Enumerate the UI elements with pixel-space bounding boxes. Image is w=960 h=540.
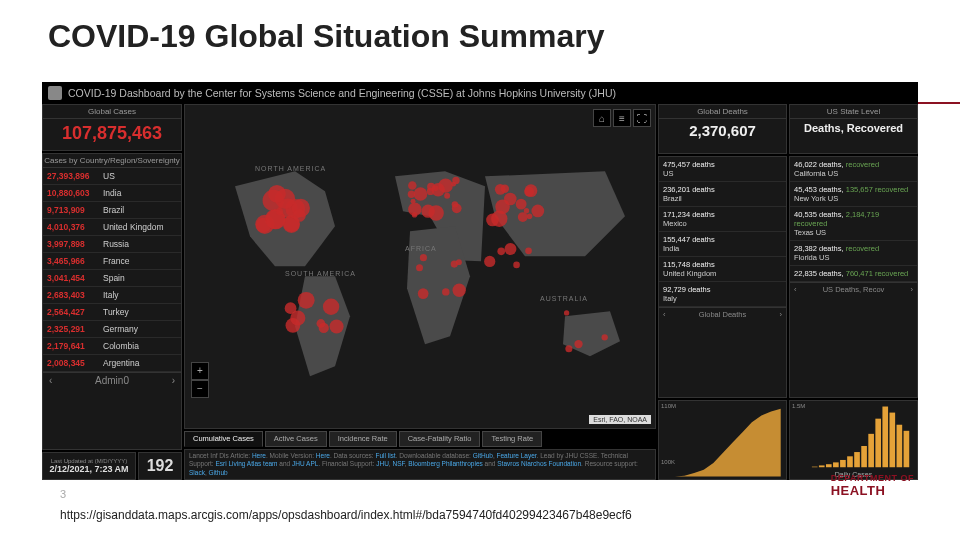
info-text: Lancet Inf Dis Article: [189, 452, 252, 459]
map-tab[interactable]: Testing Rate [482, 431, 542, 447]
list-item[interactable]: 2,325,291Germany [43, 321, 181, 338]
nav-right-icon[interactable]: › [780, 310, 783, 319]
continent-label: SOUTH AMERICA [285, 270, 356, 277]
map-tab[interactable]: Active Cases [265, 431, 327, 447]
map-home-icon[interactable]: ⌂ [593, 109, 611, 127]
zoom-out-button[interactable]: − [191, 380, 209, 398]
svg-point-66 [602, 334, 608, 340]
slide-title: COVID-19 Global Situation Summary [0, 0, 960, 63]
nav-right-icon[interactable]: › [910, 285, 913, 294]
list-item[interactable]: 2,683,403Italy [43, 287, 181, 304]
svg-rect-74 [840, 460, 846, 467]
info-link[interactable]: GitHub [473, 452, 493, 459]
info-link[interactable]: Esri Living Atlas team [215, 460, 277, 467]
ytick: 1.5M [792, 403, 805, 409]
info-link[interactable]: Feature Layer [497, 452, 537, 459]
list-item[interactable]: 3,041,454Spain [43, 270, 181, 287]
list-item[interactable]: 171,234 deathsMexico [659, 207, 786, 232]
global-cases-value: 107,875,463 [43, 119, 181, 150]
list-item[interactable]: 92,729 deathsItaly [659, 282, 786, 307]
info-link[interactable]: Full list [375, 452, 395, 459]
svg-rect-77 [861, 446, 867, 467]
svg-point-17 [298, 292, 315, 309]
daily-cases-graph: 1.5M Daily Cases [789, 400, 918, 480]
svg-point-43 [420, 254, 427, 261]
right-column: Global Deaths 2,370,607 US State Level D… [658, 104, 918, 480]
global-cases-label: Global Cases [43, 105, 181, 119]
nav-left-icon[interactable]: ‹ [663, 310, 666, 319]
info-text: . Financial Support: [318, 460, 376, 467]
svg-point-29 [452, 201, 458, 207]
continent-label: AUSTRALIA [540, 295, 588, 302]
map-expand-icon[interactable]: ⛶ [633, 109, 651, 127]
nav-left-icon[interactable]: ‹ [794, 285, 797, 294]
nav-right-icon[interactable]: › [172, 375, 175, 386]
svg-point-65 [565, 345, 572, 352]
svg-point-41 [453, 284, 466, 297]
svg-point-12 [276, 208, 283, 215]
us-nav-label[interactable]: US Deaths, Recov [823, 285, 885, 294]
info-link[interactable]: Here [252, 452, 266, 459]
info-link[interactable]: Bloomberg Philanthropies [408, 460, 482, 467]
info-link[interactable]: Github [209, 469, 228, 476]
map-list-icon[interactable]: ≡ [613, 109, 631, 127]
dept-health-logo: DEPARTMENT OF HEALTH [831, 473, 914, 498]
page-number: 3 [60, 488, 66, 500]
info-link[interactable]: JHU APL [292, 460, 318, 467]
info-link[interactable]: NSF [392, 460, 404, 467]
list-item[interactable]: 2,564,427Turkey [43, 304, 181, 321]
continent-label: NORTH AMERICA [255, 165, 326, 172]
admin0-tab[interactable]: Admin0 [95, 375, 129, 386]
list-item[interactable]: 2,008,345Argentina [43, 355, 181, 372]
info-link[interactable]: Stavros Niarchos Foundation [497, 460, 581, 467]
list-item[interactable]: 115,748 deathsUnited Kingdom [659, 257, 786, 282]
svg-point-31 [412, 212, 417, 217]
svg-point-42 [442, 288, 449, 295]
map-tab[interactable]: Cumulative Cases [184, 431, 263, 447]
svg-rect-72 [826, 464, 832, 467]
svg-rect-82 [897, 425, 903, 468]
list-item[interactable]: 236,201 deathsBrazil [659, 182, 786, 207]
svg-point-26 [414, 187, 428, 201]
svg-point-60 [497, 247, 505, 255]
info-link[interactable]: Here [316, 452, 330, 459]
cases-list-tabs: ‹ Admin0 › [43, 372, 181, 388]
list-item[interactable]: 4,010,376United Kingdom [43, 219, 181, 236]
list-item[interactable]: 22,835 deaths, 760,471 recovered [790, 266, 917, 282]
list-item[interactable]: 2,179,641Colombia [43, 338, 181, 355]
svg-point-21 [330, 319, 344, 333]
svg-point-11 [268, 185, 286, 203]
list-item[interactable]: 45,453 deaths, 135,657 recoveredNew York… [790, 182, 917, 207]
svg-point-59 [516, 199, 527, 210]
list-item[interactable]: 155,447 deathsIndia [659, 232, 786, 257]
info-bar: Lancet Inf Dis Article: Here. Mobile Ver… [184, 449, 656, 480]
middle-column: NORTH AMERICA SOUTH AMERICA AFRICA AUSTR… [184, 104, 656, 480]
map-tab[interactable]: Incidence Rate [329, 431, 397, 447]
zoom-control: + − [191, 362, 209, 398]
nav-left-icon[interactable]: ‹ [49, 375, 52, 386]
list-item[interactable]: 27,393,896US [43, 168, 181, 185]
list-item[interactable]: 3,465,966France [43, 253, 181, 270]
svg-rect-70 [812, 467, 818, 468]
svg-point-68 [564, 310, 569, 315]
svg-rect-78 [868, 434, 874, 467]
list-item[interactable]: 46,022 deaths, recoveredCalifornia US [790, 157, 917, 182]
timestamp-panel: Last Updated at (M/D/YYYY) 2/12/2021, 7:… [42, 452, 136, 480]
list-item[interactable]: 28,382 deaths, recoveredFlorida US [790, 241, 917, 266]
svg-rect-73 [833, 462, 839, 467]
svg-point-13 [293, 209, 306, 222]
list-item[interactable]: 9,713,909Brazil [43, 202, 181, 219]
list-item[interactable]: 40,535 deaths, 2,184,719 recoveredTexas … [790, 207, 917, 241]
info-link[interactable]: Slack [189, 469, 205, 476]
map-tab[interactable]: Case-Fatality Ratio [399, 431, 481, 447]
list-item[interactable]: 475,457 deathsUS [659, 157, 786, 182]
info-text: and [483, 460, 497, 467]
list-item[interactable]: 3,997,898Russia [43, 236, 181, 253]
world-map[interactable]: NORTH AMERICA SOUTH AMERICA AFRICA AUSTR… [184, 104, 656, 429]
zoom-in-button[interactable]: + [191, 362, 209, 380]
svg-point-15 [323, 298, 339, 314]
global-deaths-label: Global Deaths [659, 105, 786, 119]
info-link[interactable]: JHU [376, 460, 389, 467]
deaths-nav-label[interactable]: Global Deaths [699, 310, 747, 319]
list-item[interactable]: 10,880,603India [43, 185, 181, 202]
